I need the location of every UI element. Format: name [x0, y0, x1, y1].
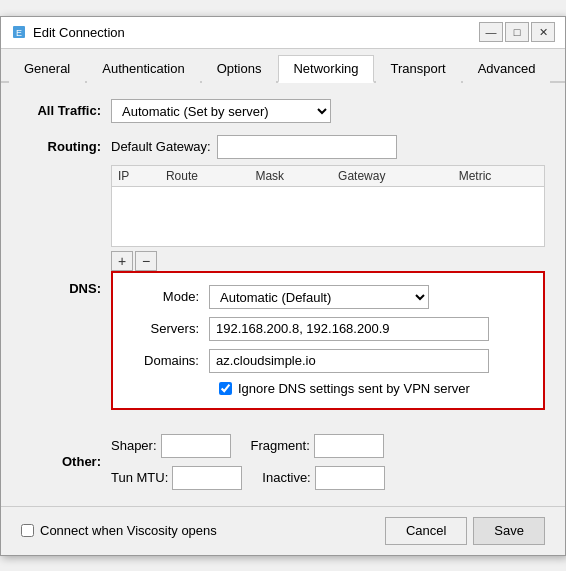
col-gateway: Gateway: [332, 165, 453, 186]
other-row-2: Tun MTU: Inactive:: [111, 466, 385, 490]
minimize-button[interactable]: —: [479, 22, 503, 42]
default-gateway-row: Default Gateway:: [111, 135, 545, 159]
add-route-button[interactable]: +: [111, 251, 133, 271]
shaper-input[interactable]: [161, 434, 231, 458]
maximize-button[interactable]: □: [505, 22, 529, 42]
routing-table-body: [112, 186, 545, 246]
tab-transport[interactable]: Transport: [376, 55, 461, 83]
all-traffic-select[interactable]: Automatic (Set by server)All Traffic via…: [111, 99, 331, 123]
title-bar: E Edit Connection — □ ✕: [1, 17, 565, 49]
content-area: All Traffic: Automatic (Set by server)Al…: [1, 83, 565, 506]
table-buttons: + −: [111, 251, 545, 271]
window-title: Edit Connection: [33, 25, 125, 40]
tab-general[interactable]: General: [9, 55, 85, 83]
dns-outer-row: DNS: Mode: Automatic (Default)ManualDisa…: [21, 271, 545, 422]
window: E Edit Connection — □ ✕ General Authenti…: [0, 16, 566, 556]
default-gateway-input[interactable]: [217, 135, 397, 159]
dns-ignore-text: Ignore DNS settings sent by VPN server: [238, 381, 470, 396]
inactive-input[interactable]: [315, 466, 385, 490]
dns-mode-select[interactable]: Automatic (Default)ManualDisabled: [209, 285, 429, 309]
routing-table: IP Route Mask Gateway Metric: [111, 165, 545, 247]
connect-on-open-label[interactable]: Connect when Viscosity opens: [21, 523, 217, 538]
tun-mtu-label: Tun MTU:: [111, 470, 168, 485]
connect-on-open-text: Connect when Viscosity opens: [40, 523, 217, 538]
tab-networking[interactable]: Networking: [278, 55, 373, 83]
title-bar-buttons: — □ ✕: [479, 22, 555, 42]
col-route: Route: [160, 165, 249, 186]
fragment-input[interactable]: [314, 434, 384, 458]
default-gateway-label: Default Gateway:: [111, 139, 211, 154]
tun-mtu-input[interactable]: [172, 466, 242, 490]
other-label: Other:: [21, 454, 111, 469]
dns-servers-label: Servers:: [129, 321, 209, 336]
other-content: Shaper: Fragment: Tun MTU: Inactive:: [111, 434, 385, 490]
other-row-1: Shaper: Fragment:: [111, 434, 385, 458]
other-section: Other: Shaper: Fragment: Tun MTU: Inacti…: [21, 434, 545, 490]
app-icon: E: [11, 24, 27, 40]
tab-bar: General Authentication Options Networkin…: [1, 49, 565, 83]
dns-mode-label: Mode:: [129, 289, 209, 304]
connect-on-open-checkbox[interactable]: [21, 524, 34, 537]
shaper-label: Shaper:: [111, 438, 157, 453]
all-traffic-row: All Traffic: Automatic (Set by server)Al…: [21, 99, 545, 123]
dns-mode-row: Mode: Automatic (Default)ManualDisabled: [129, 285, 527, 309]
dns-domains-row: Domains:: [129, 349, 527, 373]
cancel-button[interactable]: Cancel: [385, 517, 467, 545]
routing-section: Routing: Default Gateway: IP Route Mask …: [21, 135, 545, 271]
bottom-row: Connect when Viscosity opens Cancel Save: [1, 506, 565, 555]
save-button[interactable]: Save: [473, 517, 545, 545]
dns-domains-label: Domains:: [129, 353, 209, 368]
fragment-label: Fragment:: [251, 438, 310, 453]
dns-section: Mode: Automatic (Default)ManualDisabled …: [111, 271, 545, 410]
tab-authentication[interactable]: Authentication: [87, 55, 199, 83]
svg-text:E: E: [16, 28, 22, 38]
remove-route-button[interactable]: −: [135, 251, 157, 271]
dns-ignore-row: Ignore DNS settings sent by VPN server: [219, 381, 527, 396]
routing-content: Default Gateway: IP Route Mask Gateway M…: [111, 135, 545, 271]
dns-outer-label: DNS:: [21, 271, 111, 296]
inactive-label: Inactive:: [262, 470, 310, 485]
dns-ignore-label[interactable]: Ignore DNS settings sent by VPN server: [219, 381, 470, 396]
title-bar-left: E Edit Connection: [11, 24, 125, 40]
tab-advanced[interactable]: Advanced: [463, 55, 551, 83]
tab-options[interactable]: Options: [202, 55, 277, 83]
close-button[interactable]: ✕: [531, 22, 555, 42]
dns-ignore-checkbox[interactable]: [219, 382, 232, 395]
dns-domains-input[interactable]: [209, 349, 489, 373]
col-metric: Metric: [453, 165, 545, 186]
dns-servers-input[interactable]: [209, 317, 489, 341]
routing-label: Routing:: [21, 135, 111, 154]
col-mask: Mask: [249, 165, 332, 186]
col-ip: IP: [112, 165, 160, 186]
empty-row: [112, 186, 545, 246]
dns-servers-row: Servers:: [129, 317, 527, 341]
all-traffic-label: All Traffic:: [21, 103, 111, 118]
